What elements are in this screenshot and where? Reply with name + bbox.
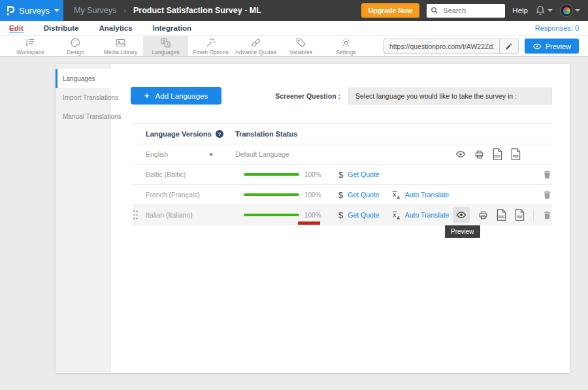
export-doc-button[interactable]: DOC	[493, 148, 502, 160]
get-quote-link[interactable]: $ Get Quote	[338, 170, 380, 180]
chevron-down-icon	[54, 9, 59, 12]
product-switcher[interactable]: Surveys	[0, 0, 63, 21]
screener-question-label: Screener Question :	[275, 92, 340, 100]
tool-finish-options[interactable]: Finish Options	[188, 36, 233, 56]
gear-icon	[340, 37, 351, 48]
preview-eye-button[interactable]	[455, 149, 466, 159]
translation-progress-bar	[244, 193, 299, 196]
page-body: Languages Import Translations Manual Tra…	[0, 57, 588, 373]
delete-language-button[interactable]	[542, 210, 552, 220]
avatar	[560, 4, 573, 17]
search-icon	[431, 7, 438, 14]
drag-handle[interactable]	[133, 210, 139, 220]
svg-text:X: X	[393, 191, 396, 197]
svg-text:A: A	[397, 215, 400, 219]
tool-advance-quotas[interactable]: Advance Quotas	[233, 36, 278, 56]
upgrade-now-button[interactable]: Upgrade Now	[361, 3, 420, 18]
responses-count[interactable]: Responses: 0	[535, 24, 579, 32]
language-dropdown-english[interactable]: English	[146, 150, 235, 158]
bell-icon	[535, 5, 546, 16]
dollar-icon: $	[338, 210, 343, 220]
dollar-icon: $	[338, 190, 343, 200]
help-circle-icon[interactable]: ?	[216, 130, 223, 138]
search-input[interactable]	[442, 6, 501, 15]
export-doc-button[interactable]: DOC	[497, 209, 506, 221]
breadcrumb-my-surveys[interactable]: My Surveys	[74, 6, 116, 15]
help-link[interactable]: Help	[512, 7, 528, 14]
languages-sidebar: Languages Import Translations Manual Tra…	[56, 64, 111, 373]
dollar-icon: $	[338, 170, 343, 180]
tool-media-library[interactable]: Media Library	[98, 36, 143, 56]
auto-translate-link[interactable]: X A Auto Translate	[391, 210, 449, 220]
preview-eye-button[interactable]	[453, 207, 470, 223]
translate-icon: X A	[391, 190, 401, 200]
edit-url-button[interactable]	[499, 39, 518, 53]
workspace-icon	[25, 37, 36, 48]
delete-language-button[interactable]	[542, 169, 552, 180]
breadcrumb-separator: ›	[123, 7, 126, 14]
tool-variables[interactable]: Variables	[278, 36, 323, 56]
svg-text:DOC: DOC	[498, 216, 506, 219]
get-quote-link[interactable]: $ Get Quote	[338, 190, 380, 200]
default-language-label: Default Language	[235, 150, 289, 158]
notifications-button[interactable]	[535, 5, 553, 16]
translation-progress-bar	[244, 173, 299, 176]
global-search[interactable]	[427, 4, 505, 18]
table-row-french: French (Français) 100% $ Get Quote	[133, 185, 552, 205]
print-button[interactable]	[478, 210, 488, 220]
divider	[533, 209, 534, 221]
image-icon	[115, 37, 126, 48]
annotation-underline	[298, 221, 320, 225]
svg-text:DOC: DOC	[495, 155, 502, 158]
table-row-italian: Italian (Italiano) 100% $ Get Quote	[133, 205, 552, 225]
print-button[interactable]	[474, 150, 484, 159]
tool-workspace[interactable]: Workspace	[8, 36, 53, 56]
languages-table: Language Versions ? Translation Status E…	[133, 123, 552, 225]
sidebar-item-manual-translations[interactable]: Manual Translations	[56, 107, 111, 126]
get-quote-link[interactable]: $ Get Quote	[338, 210, 380, 220]
tag-icon	[295, 37, 306, 48]
svg-text:PDF: PDF	[517, 216, 523, 219]
tool-settings[interactable]: Settings	[323, 36, 368, 56]
col-language-versions: Language Versions	[146, 130, 212, 138]
tab-integration[interactable]: Integration	[153, 24, 191, 32]
export-pdf-button[interactable]: PDF	[511, 148, 521, 160]
tab-distribute[interactable]: Distribute	[44, 24, 79, 32]
chevron-down-icon	[547, 9, 553, 12]
add-languages-button[interactable]: + Add Languages	[131, 87, 221, 105]
progress-percent: 100%	[304, 212, 331, 219]
languages-panel: Languages Import Translations Manual Tra…	[56, 64, 570, 373]
screener-question-select[interactable]: Select language you would like to take t…	[348, 88, 552, 105]
survey-nav: Edit Distribute Analytics Integration Re…	[0, 21, 588, 35]
sidebar-item-languages[interactable]: Languages	[56, 69, 111, 88]
plus-icon: +	[144, 91, 150, 101]
tab-analytics[interactable]: Analytics	[99, 24, 132, 32]
translate-icon: X A	[160, 37, 171, 48]
tool-design[interactable]: Design	[53, 36, 98, 56]
table-row-english: English Default Language	[133, 144, 552, 165]
sidebar-item-import-translations[interactable]: Import Translations	[56, 88, 111, 107]
translate-icon: X A	[391, 210, 401, 220]
account-menu[interactable]	[560, 4, 580, 17]
breadcrumb: My Surveys › Product Satisfaction Survey…	[74, 6, 261, 15]
magic-wand-icon	[205, 37, 216, 48]
delete-language-button[interactable]	[542, 189, 552, 200]
svg-text:A: A	[167, 42, 169, 46]
tool-languages[interactable]: X A Languages	[143, 36, 188, 56]
top-bar: Surveys My Surveys › Product Satisfactio…	[0, 0, 588, 21]
table-header-row: Language Versions ? Translation Status	[133, 123, 552, 144]
chain-links-icon	[250, 37, 261, 48]
progress-percent: 100%	[304, 191, 331, 199]
progress-percent: 100%	[304, 171, 331, 178]
auto-translate-link[interactable]: X A Auto Translate	[391, 190, 449, 200]
tab-edit[interactable]: Edit	[9, 24, 24, 33]
svg-text:PDF: PDF	[513, 155, 519, 158]
svg-text:A: A	[397, 195, 400, 199]
preview-button[interactable]: Preview	[525, 39, 579, 54]
translation-progress-bar	[244, 214, 299, 216]
col-translation-status: Translation Status	[235, 130, 297, 138]
chevron-down-icon	[575, 9, 580, 12]
eye-icon	[532, 42, 542, 51]
export-pdf-button[interactable]: PDF	[515, 209, 525, 221]
survey-url-input[interactable]	[384, 42, 499, 50]
